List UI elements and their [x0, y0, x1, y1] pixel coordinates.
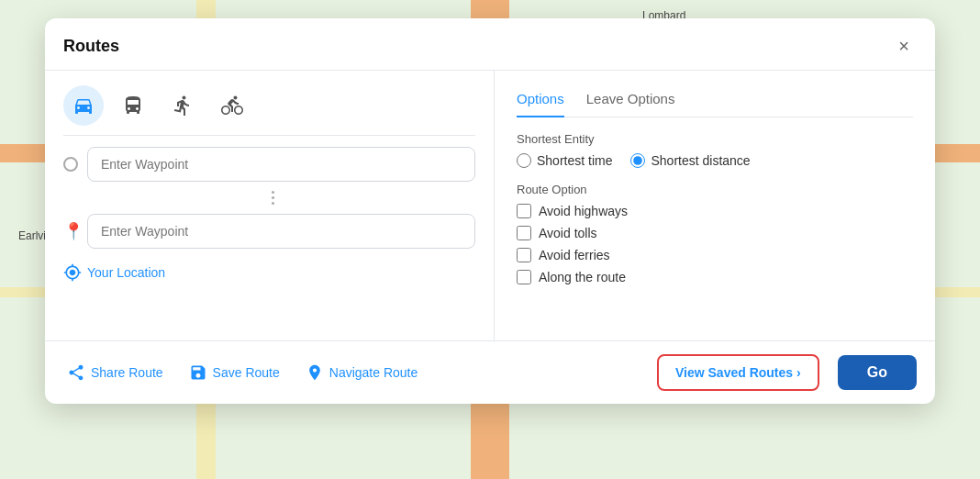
shortest-entity-section: Shortest Entity Shortest time Shortest d… — [517, 132, 913, 168]
go-button[interactable]: Go — [838, 355, 917, 390]
waypoint-input-2[interactable] — [87, 214, 475, 249]
shortest-time-option[interactable]: Shortest time — [517, 153, 612, 168]
connector-dot-3 — [272, 202, 274, 205]
share-route-label: Share Route — [91, 365, 163, 380]
save-route-button[interactable]: Save Route — [185, 356, 284, 389]
waypoint-row-2: 📍 — [63, 214, 475, 249]
along-route-checkbox[interactable] — [517, 270, 531, 284]
car-icon — [72, 95, 95, 117]
connector-dot-2 — [272, 196, 274, 199]
shortest-distance-radio[interactable] — [630, 153, 645, 168]
route-options-checkbox-group: Avoid highways Avoid tolls Avoid ferries — [517, 204, 913, 284]
modal-overlay: Routes × — [0, 0, 980, 479]
bus-icon — [122, 95, 144, 117]
transport-car-button[interactable] — [63, 85, 104, 126]
your-location-label: Your Location — [87, 265, 165, 280]
navigate-route-button[interactable]: Navigate Route — [302, 356, 422, 389]
route-options-label: Route Option — [517, 183, 913, 196]
modal-body: 📍 Your Location — [45, 71, 935, 340]
waypoints-section: 📍 — [63, 147, 475, 249]
save-route-label: Save Route — [213, 365, 280, 380]
your-location-button[interactable]: Your Location — [63, 260, 475, 285]
shortest-distance-label: Shortest distance — [651, 153, 750, 168]
avoid-tolls-label: Avoid tolls — [539, 226, 597, 240]
avoid-highways-option[interactable]: Avoid highways — [517, 204, 913, 218]
shortest-time-label: Shortest time — [537, 153, 612, 168]
location-crosshair-icon — [63, 263, 82, 282]
transport-walk-button[interactable] — [162, 85, 203, 126]
navigate-route-label: Navigate Route — [329, 365, 418, 380]
close-button[interactable]: × — [891, 33, 917, 59]
waypoint-pin-end: 📍 — [63, 221, 78, 241]
modal-footer: Share Route Save Route Navigate Route Vi… — [45, 340, 935, 404]
waypoint-connector — [70, 189, 475, 206]
view-saved-routes-label: View Saved Routes — [675, 365, 793, 380]
shortest-distance-option[interactable]: Shortest distance — [630, 153, 750, 168]
route-options-section: Route Option Avoid highways Avoid tolls — [517, 183, 913, 284]
share-route-button[interactable]: Share Route — [63, 356, 167, 389]
navigate-icon — [306, 363, 324, 382]
walk-icon — [172, 95, 194, 117]
waypoint-dot-start — [63, 157, 78, 172]
tab-leave-options[interactable]: Leave Options — [586, 85, 675, 117]
along-route-option[interactable]: Along the route — [517, 270, 913, 284]
left-panel: 📍 Your Location — [45, 71, 495, 340]
waypoint-input-1[interactable] — [87, 147, 475, 182]
shortest-entity-label: Shortest Entity — [517, 132, 913, 146]
waypoint-row-1 — [63, 147, 475, 182]
shortest-entity-radio-group: Shortest time Shortest distance — [517, 153, 913, 168]
avoid-highways-label: Avoid highways — [539, 204, 628, 218]
share-icon — [67, 363, 85, 382]
chevron-right-icon: › — [796, 365, 801, 380]
view-saved-routes-button[interactable]: View Saved Routes › — [657, 354, 819, 391]
avoid-ferries-option[interactable]: Avoid ferries — [517, 248, 913, 262]
tab-options[interactable]: Options — [517, 85, 564, 117]
shortest-time-radio[interactable] — [517, 153, 531, 168]
transport-bus-button[interactable] — [113, 85, 153, 126]
avoid-ferries-checkbox[interactable] — [517, 248, 531, 262]
modal-header: Routes × — [45, 18, 935, 71]
right-panel: Options Leave Options Shortest Entity Sh… — [495, 71, 935, 340]
avoid-tolls-checkbox[interactable] — [517, 226, 531, 240]
avoid-ferries-label: Avoid ferries — [539, 248, 610, 262]
tabs: Options Leave Options — [517, 85, 913, 117]
transport-icons — [63, 85, 475, 136]
save-icon — [189, 363, 207, 382]
routes-modal: Routes × — [45, 18, 935, 404]
transport-bike-button[interactable] — [212, 85, 252, 126]
avoid-tolls-option[interactable]: Avoid tolls — [517, 226, 913, 240]
avoid-highways-checkbox[interactable] — [517, 204, 531, 218]
modal-title: Routes — [63, 37, 119, 56]
connector-dot-1 — [272, 191, 274, 194]
bike-icon — [221, 95, 243, 117]
along-route-label: Along the route — [539, 270, 626, 284]
